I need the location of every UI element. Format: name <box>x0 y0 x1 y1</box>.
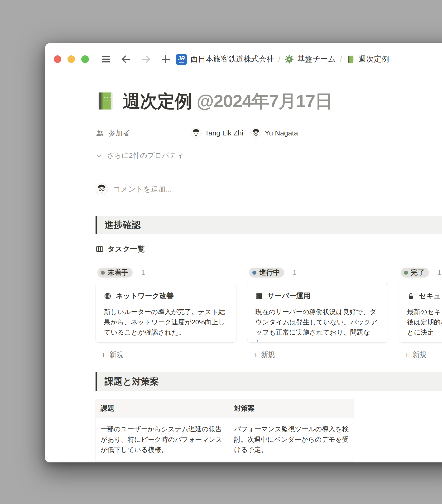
column-count: 1 <box>141 269 145 277</box>
minimize-window-button[interactable] <box>68 55 75 63</box>
plus-icon: + <box>101 351 106 359</box>
board-view-icon <box>95 245 104 253</box>
lock-icon <box>407 292 415 300</box>
page-title-row: VOL. 2 週次定例 @2024年7月17日 <box>95 91 442 111</box>
breadcrumb-page-label: 週次定例 <box>359 54 389 64</box>
participant-chip[interactable]: Yu Nagata <box>250 128 298 139</box>
notion-window: JR 西日本旅客鉄道株式会社 / <box>45 43 442 462</box>
task-card[interactable]: サーバー運用 現在のサーバーの稼働状況は良好で、ダウンタイムは発生していない。バ… <box>247 283 388 343</box>
table-cell-issue[interactable]: 一部のユーザーからシステム遅延の報告があり。特にピーク時のパフォーマンスが低下し… <box>96 418 229 461</box>
task-card-title: サーバー運用 <box>267 291 310 301</box>
desktop-background: { "colors": { "traffic_red": "#ec6a5e", … <box>0 0 442 504</box>
status-pill-not-started[interactable]: 未着手 <box>97 268 133 278</box>
status-pill-in-progress[interactable]: 進行中 <box>249 268 284 278</box>
more-properties-label: さらに2件のプロパティ <box>107 151 184 160</box>
board-column-in-progress: 進行中 1 <box>247 268 388 360</box>
traffic-lights <box>54 55 89 63</box>
green-book-icon <box>346 55 355 64</box>
status-label: 完了 <box>411 268 425 277</box>
task-card-body-line: とに決定。 <box>407 327 442 338</box>
page-title[interactable]: 週次定例 @2024年7月17日 <box>123 91 332 111</box>
section-heading-progress: 進捗確認 <box>95 216 442 234</box>
task-card-body: 最新のセキュ 後は定期的な とに決定。 <box>407 307 442 337</box>
status-dot <box>252 271 257 275</box>
status-label: 未着手 <box>108 268 128 277</box>
add-comment-row[interactable]: コメントを追加... <box>95 183 442 195</box>
participant-name: Yu Nagata <box>265 129 298 137</box>
page-title-date-mention[interactable]: @2024年7月17日 <box>197 91 332 111</box>
database-title: タスク一覧 <box>107 244 145 254</box>
table-cell-solution[interactable]: パフォーマンス監視ツールの導入を検討。次週中にベンダーからのデモを受ける予定。 <box>229 418 354 461</box>
task-card-body: 現在のサーバーの稼働状況は良好で、ダウンタイムは発生していない。バックアップも正… <box>256 307 380 343</box>
plus-icon: + <box>405 351 409 359</box>
task-card-body: 新しいルーターの導入が完了。テスト結果から、ネットワーク速度が20%向上している… <box>104 307 228 337</box>
task-card-title: セキュリ <box>419 291 442 301</box>
avatar <box>191 128 202 139</box>
column-count: 1 <box>438 269 441 277</box>
breadcrumb-workspace-label: 西日本旅客鉄道株式会社 <box>190 54 274 64</box>
sidebar-menu-icon[interactable] <box>101 54 111 64</box>
gear-icon <box>284 54 294 64</box>
task-card[interactable]: セキュリ 最新のセキュ 後は定期的な とに決定。 <box>399 283 442 343</box>
issues-table: 課題 対策案 一部のユーザーからシステム遅延の報告があり。特にピーク時のパフォー… <box>95 399 354 462</box>
svg-text:VOL. 2: VOL. 2 <box>104 96 111 99</box>
table-header-solution[interactable]: 対策案 <box>229 399 354 418</box>
table-header-row: 課題 対策案 <box>96 399 354 418</box>
breadcrumb-separator: / <box>340 55 342 63</box>
chevron-down-icon <box>95 152 103 159</box>
close-window-button[interactable] <box>54 55 61 63</box>
participant-name: Tang Lik Zhi <box>205 129 243 137</box>
status-dot <box>404 271 408 275</box>
table-row: 新しいソフトウェアの互換性問題が ソフトウェアのベンダーに問い合 <box>96 461 354 462</box>
back-arrow-icon[interactable] <box>121 54 131 64</box>
add-comment-placeholder: コメントを追加... <box>113 184 172 194</box>
table-cell-solution[interactable]: ソフトウェアのベンダーに問い合 <box>229 461 354 462</box>
task-card[interactable]: ネットワーク改善 新しいルーターの導入が完了。テスト結果から、ネットワーク速度が… <box>95 283 237 343</box>
jr-logo-icon: JR <box>176 54 187 65</box>
column-count: 1 <box>293 269 296 277</box>
status-dot <box>101 271 105 275</box>
table-cell-issue[interactable]: 新しいソフトウェアの互換性問題が <box>96 461 229 462</box>
breadcrumb-workspace[interactable]: JR 西日本旅客鉄道株式会社 <box>176 54 274 65</box>
more-properties-toggle[interactable]: さらに2件のプロパティ <box>95 151 442 160</box>
participant-chip[interactable]: Tang Lik Zhi <box>191 128 243 139</box>
new-card-label: 新規 <box>109 350 124 360</box>
forward-arrow-icon[interactable] <box>141 54 151 64</box>
task-card-body-line: 後は定期的な <box>407 317 442 327</box>
avatar <box>250 128 261 139</box>
people-icon <box>95 129 104 137</box>
database-title-row[interactable]: タスク一覧 <box>95 244 442 254</box>
server-icon <box>256 292 263 300</box>
status-pill-done[interactable]: 完了 <box>401 268 429 278</box>
breadcrumb-page[interactable]: 週次定例 <box>346 54 389 64</box>
participants-property-label[interactable]: 参加者 <box>95 128 167 138</box>
board-column-done: 完了 1 セキュリ 最新のセキュ 後は定期的な <box>399 268 442 360</box>
task-card-body-line: 最新のセキュ <box>407 307 442 317</box>
section-heading-issues: 課題と対策案 <box>95 372 442 391</box>
board-column-not-started: 未着手 1 ネットワーク改善 新しいルーターの導入が完了。テスト結果から、ネット… <box>95 268 237 360</box>
breadcrumb-separator: / <box>278 55 280 63</box>
new-card-button[interactable]: + 新規 <box>247 350 388 360</box>
participants-property-row: 参加者 Tang Lik Zhi <box>95 127 442 139</box>
new-card-button[interactable]: + 新規 <box>399 350 442 360</box>
new-page-plus-icon[interactable] <box>161 54 171 64</box>
breadcrumb-team[interactable]: 基盤チーム <box>284 54 336 64</box>
participants-label-text: 参加者 <box>108 128 130 138</box>
breadcrumb-team-label: 基盤チーム <box>297 54 336 64</box>
new-card-label: 新規 <box>413 350 427 360</box>
breadcrumb: JR 西日本旅客鉄道株式会社 / <box>176 54 389 65</box>
page-icon-green-book[interactable]: VOL. 2 <box>95 91 116 111</box>
table-row: 一部のユーザーからシステム遅延の報告があり。特にピーク時のパフォーマンスが低下し… <box>96 418 354 461</box>
task-card-title: ネットワーク改善 <box>116 291 174 301</box>
zoom-window-button[interactable] <box>81 55 89 63</box>
table-header-issue[interactable]: 課題 <box>96 399 229 418</box>
status-label: 進行中 <box>259 268 280 277</box>
comment-avatar <box>95 183 108 195</box>
new-card-button[interactable]: + 新規 <box>95 350 237 360</box>
properties-divider <box>95 171 442 171</box>
page-title-text: 週次定例 <box>123 91 192 111</box>
window-toolbar: JR 西日本旅客鉄道株式会社 / <box>45 43 442 65</box>
database-divider <box>95 259 442 259</box>
jr-logo-text: JR <box>178 55 185 62</box>
kanban-board: 未着手 1 ネットワーク改善 新しいルーターの導入が完了。テスト結果から、ネット… <box>95 268 442 360</box>
